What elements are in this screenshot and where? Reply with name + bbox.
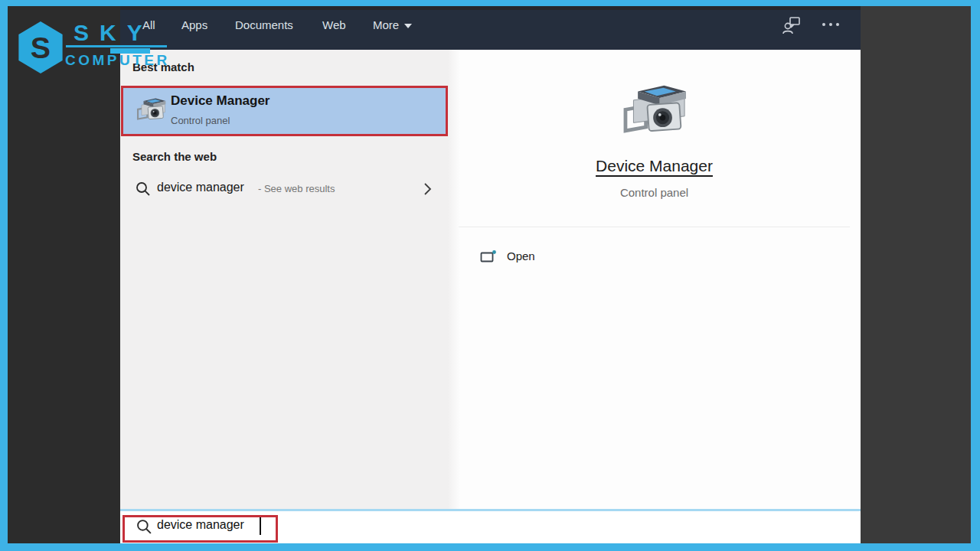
panel-divider: [448, 50, 460, 509]
open-window-icon: [480, 249, 497, 263]
ellipsis-icon[interactable]: [818, 17, 845, 32]
logo-brand-text: SKY: [74, 20, 153, 46]
tab-web[interactable]: Web: [322, 18, 346, 31]
feedback-icon[interactable]: [781, 15, 802, 36]
device-manager-icon: [136, 96, 168, 126]
best-match-result-device-manager[interactable]: Device Manager Control panel: [121, 86, 448, 136]
result-title: Device Manager: [171, 93, 270, 109]
tab-more[interactable]: More: [373, 18, 412, 31]
tab-documents[interactable]: Documents: [235, 18, 293, 31]
windows-search-screen: All Apps Documents Web More Best match D…: [0, 0, 980, 551]
open-action-row[interactable]: Open: [471, 245, 624, 269]
tab-apps[interactable]: Apps: [181, 18, 207, 31]
web-query-text: device manager: [157, 181, 244, 194]
svg-text:S: S: [31, 31, 51, 64]
preview-title-link[interactable]: Device Manager: [448, 157, 861, 175]
search-header: [120, 10, 861, 50]
open-action-label: Open: [507, 249, 535, 262]
preview-divider-line: [459, 227, 850, 227]
logo-underline: [66, 45, 167, 47]
desktop-background-left: [8, 6, 120, 543]
device-manager-icon-large: [620, 83, 691, 144]
sky-computer-logo: S SKY COMPUTER: [17, 20, 181, 73]
search-the-web-section-label: Search the web: [132, 150, 217, 163]
result-subtitle: Control panel: [171, 115, 230, 126]
web-search-result-row[interactable]: device manager - See web results: [120, 174, 448, 205]
annotation-box-search: [122, 515, 278, 543]
logo-sub-text: COMPUTER: [65, 52, 170, 69]
desktop-background-right: [861, 6, 971, 543]
preview-subtitle: Control panel: [448, 186, 861, 199]
sky-logo-hexagon-icon: S: [18, 21, 63, 73]
chevron-right-icon: [423, 182, 433, 196]
chevron-down-icon: [404, 24, 412, 28]
web-hint-text: - See web results: [258, 183, 335, 194]
search-icon: [136, 181, 151, 197]
tab-more-label: More: [373, 18, 399, 31]
